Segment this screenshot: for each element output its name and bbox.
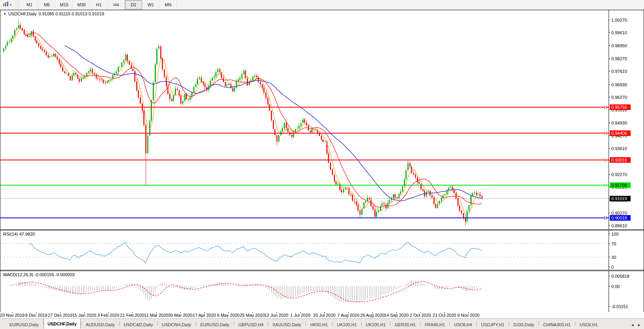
timeframe-button-m5[interactable]: M5 [38,0,56,9]
date-tick-label: 2 Oct 2020 [410,313,431,318]
date-tick-label: 30 Mar 2020 [168,313,192,318]
chart-title: ▼USDCHF,Daily0.91085 0.91115 0.91013 0.9… [3,11,104,16]
svg-text:0.89610: 0.89610 [611,223,627,228]
svg-text:0.91019: 0.91019 [611,196,627,201]
chart-symbol-period: USDCHF,Daily [8,11,37,16]
svg-text:0.99610: 0.99610 [611,30,627,35]
chart-ohlc-values: 0.91085 0.91115 0.91013 0.91019 [39,11,104,16]
date-tick-label: 6 May 2020 [217,313,239,318]
chart-tab-usoil-h1[interactable]: USOil,H1 [576,320,602,329]
macd-label: MACD(12,26,9) -0.000155 -0.000003 [3,272,75,277]
chart-tab-fra40-h1[interactable]: FRA40,H1 [421,320,449,329]
svg-text:-0.01151: -0.01151 [611,304,628,309]
date-tick-label: 7 Aug 2020 [337,313,359,318]
date-tick-label: 9 Nov 2020 [457,313,479,318]
timeframe-button-m15[interactable]: M15 [56,0,73,9]
svg-text:0.96930: 0.96930 [611,82,627,87]
chart-tab-gbpusd-h4[interactable]: GBPUSD,H4 [235,320,268,329]
timeframe-toolbar: ▾ M1M5M15M30H1H4D1W1MN [0,0,644,10]
timeframe-button-h1[interactable]: H1 [90,0,107,9]
svg-text:0.93016: 0.93016 [611,158,627,162]
chart-tab-usdjpy-h1[interactable]: USDJPY,H1 [477,320,508,329]
chart-tab-china300-h1[interactable]: CHINA300,H1 [539,320,575,329]
svg-text:0.96270: 0.96270 [611,95,627,100]
trading-platform-window: ▾ M1M5M15M30H1H4D1W1MN 1.002700.996100.9… [0,0,644,329]
date-axis[interactable]: 20 Nov 20199 Dec 201927 Dec 201915 Jan 2… [0,312,644,318]
date-tick-label: 21 Oct 2020 [433,313,456,318]
chart-window: 1.002700.996100.989500.982700.976100.969… [0,10,644,312]
svg-text:1.00270: 1.00270 [611,18,627,22]
date-tick-label: 15 Jan 2020 [72,313,96,318]
date-tick-label: 1 Jul 2020 [291,313,311,318]
chart-tab-usdcnh-daily[interactable]: USDCNH,Daily [158,320,195,329]
svg-text:30: 30 [611,255,616,260]
rsi-label: RSI(14) 47.9820 [3,232,35,236]
date-tick-label: 25 May 2020 [240,313,265,318]
svg-text:0.97610: 0.97610 [611,69,627,74]
date-tick-label: 27 Dec 2019 [48,313,72,318]
timeframe-button-d1[interactable]: D1 [125,0,142,9]
chart-tab-dj30-daily[interactable]: DJ30,Daily [509,320,538,329]
date-tick-label: 12 Jun 2020 [265,313,289,318]
toolbar-grip-handle[interactable] [16,1,19,8]
svg-text:0.005818: 0.005818 [611,274,629,279]
svg-text:0.98270: 0.98270 [611,56,627,61]
date-tick-label: 14 Sep 2020 [384,313,409,318]
rsi-indicator-panel[interactable]: 10070300 RSI(14) 47.9820 [0,230,644,270]
chart-tab-xauusd-daily[interactable]: XAUUSD,Daily [268,320,305,329]
svg-text:0.00: 0.00 [611,284,620,289]
date-tick-label: 3 Feb 2020 [97,313,119,318]
date-tick-label: 20 Nov 2019 [0,313,24,318]
timeframe-button-m30[interactable]: M30 [73,0,90,9]
collapse-chart-icon[interactable]: ▼ [3,12,6,16]
chart-tab-eurusd-daily[interactable]: EURUSD,Daily [6,320,43,329]
date-tick-label: 17 Apr 2020 [192,313,216,318]
chart-tab-ger30-h1[interactable]: GER30,H1 [391,320,420,329]
tab-scroll-left-icon[interactable]: ◄ [631,323,634,327]
svg-text:0.94406: 0.94406 [611,131,627,136]
chart-tab-usdchf-daily[interactable]: USDCHF,Daily [44,319,81,329]
chart-tab-bar: EURUSD,Daily|USDCHF,Daily|AUDUSD,Daily|U… [0,318,644,329]
svg-text:0.91706: 0.91706 [611,183,627,188]
timeframe-button-m1[interactable]: M1 [21,0,38,9]
svg-text:0.93610: 0.93610 [611,146,627,151]
chart-tab-usdcad-daily[interactable]: USDCAD,Daily [120,320,157,329]
chart-tab-uk100-h1[interactable]: UK100,H1 [362,320,390,329]
svg-text:0.95756: 0.95756 [611,105,627,110]
date-tick-label: 11 Mar 2020 [144,313,168,318]
macd-indicator-panel[interactable]: 0.0058180.00-0.01151 MACD(12,26,9) -0.00… [0,271,644,312]
tab-scroll-arrows: ◄ ► [629,323,644,329]
svg-text:100: 100 [611,232,618,236]
svg-text:0: 0 [611,265,614,270]
svg-text:0.92270: 0.92270 [611,172,627,177]
date-tick-label: 9 Dec 2019 [25,313,47,318]
timeframe-button-mn[interactable]: MN [159,0,177,9]
indicators-menu-button[interactable]: ▾ [1,0,13,9]
svg-text:0.98950: 0.98950 [611,43,627,48]
chart-tab-hk50-h1[interactable]: HK50,H1 [306,320,332,329]
chart-tab-usoil-h4[interactable]: USOil,H4 [450,320,476,329]
tab-scroll-right-icon[interactable]: ► [637,323,641,327]
timeframe-button-w1[interactable]: W1 [142,0,159,9]
timeframe-button-h4[interactable]: H4 [107,0,125,9]
svg-text:0.94930: 0.94930 [611,121,627,125]
date-tick-label: 20 Jul 2020 [313,313,336,318]
indicators-icon [3,1,9,8]
svg-text:0.90018: 0.90018 [611,216,627,220]
chart-tab-uk100-h1[interactable]: UK100,H1 [333,320,361,329]
date-tick-label: 21 Feb 2020 [120,313,144,318]
svg-text:0.90270: 0.90270 [611,211,627,216]
chart-tab-eurusd-daily[interactable]: EURUSD,Daily [196,320,233,329]
svg-text:70: 70 [611,242,616,246]
chevron-down-icon: ▾ [10,3,11,7]
date-tick-label: 26 Aug 2020 [360,313,385,318]
price-chart-panel[interactable]: 1.002700.996100.989500.982700.976100.969… [0,10,644,229]
chart-tab-audusd-daily[interactable]: AUDUSD,Daily [82,320,119,329]
